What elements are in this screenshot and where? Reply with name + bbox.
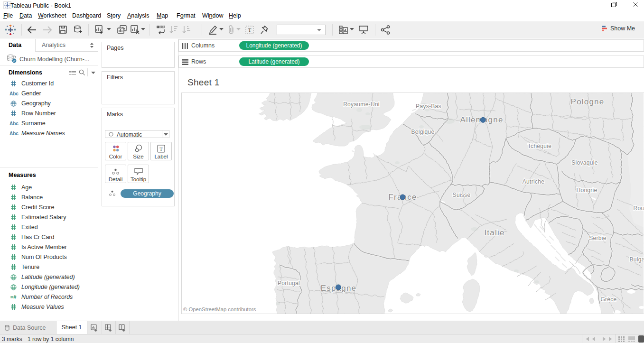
svg-text:Serbie: Serbie [589,235,607,241]
svg-text:© OpenStreetMap contributors: © OpenStreetMap contributors [183,306,256,312]
svg-text:Pays-Bas: Pays-Bas [416,103,441,110]
svg-text:Autriche: Autriche [523,178,544,185]
svg-text:Portugal: Portugal [278,280,300,287]
svg-text:T: T [248,27,252,33]
svg-text:Italie: Italie [484,228,504,237]
svg-text:Pologne: Pologne [571,97,605,106]
svg-text:Bulgarie: Bulgarie [630,256,644,263]
svg-text:Grèce: Grèce [600,296,616,303]
svg-text:Tchéquie: Tchéquie [528,143,551,149]
svg-text:Roumanie: Roumanie [634,205,644,212]
svg-text:Belgique: Belgique [411,129,434,135]
svg-text:Suisse: Suisse [453,192,471,198]
svg-text:Hongrie: Hongrie [576,187,597,194]
svg-text:Royaume-Uni: Royaume-Uni [343,101,380,108]
svg-text:T: T [159,147,163,152]
svg-text:Slovaquie: Slovaquie [571,159,597,166]
